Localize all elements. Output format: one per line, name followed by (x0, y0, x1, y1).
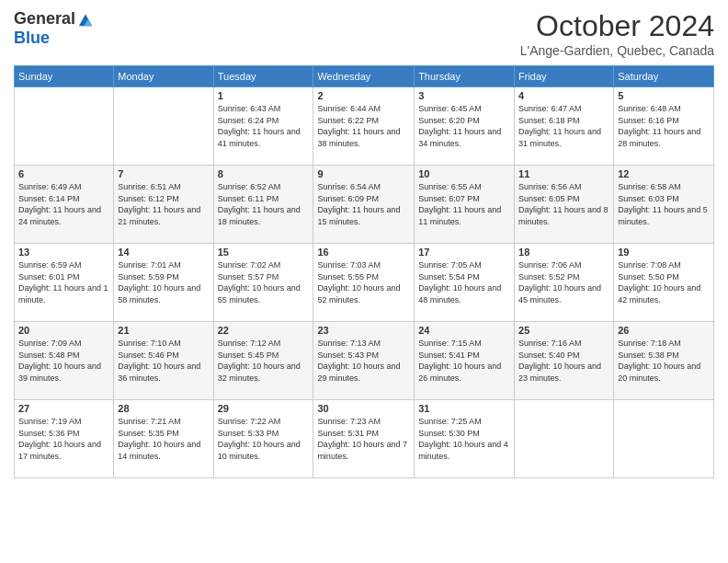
day-info: Sunrise: 6:59 AM Sunset: 6:01 PM Dayligh… (18, 259, 109, 305)
day-info: Sunrise: 6:58 AM Sunset: 6:03 PM Dayligh… (618, 181, 710, 227)
table-row: 14Sunrise: 7:01 AM Sunset: 5:59 PM Dayli… (114, 244, 213, 322)
table-row: 27Sunrise: 7:19 AM Sunset: 5:36 PM Dayli… (15, 400, 114, 478)
day-number: 18 (518, 247, 609, 258)
day-number: 1 (218, 90, 310, 101)
table-row: 31Sunrise: 7:25 AM Sunset: 5:30 PM Dayli… (415, 400, 515, 478)
table-row: 18Sunrise: 7:06 AM Sunset: 5:52 PM Dayli… (515, 244, 614, 322)
table-row: 12Sunrise: 6:58 AM Sunset: 6:03 PM Dayli… (614, 166, 714, 244)
day-info: Sunrise: 7:13 AM Sunset: 5:43 PM Dayligh… (317, 338, 410, 384)
day-number: 30 (317, 403, 410, 414)
calendar-week-1: 1Sunrise: 6:43 AM Sunset: 6:24 PM Daylig… (15, 87, 714, 166)
day-number: 7 (118, 168, 209, 179)
day-number: 28 (118, 403, 209, 414)
table-row: 15Sunrise: 7:02 AM Sunset: 5:57 PM Dayli… (213, 244, 313, 322)
day-number: 15 (218, 247, 310, 258)
title-section: October 2024 L'Ange-Gardien, Quebec, Can… (520, 9, 714, 58)
day-number: 11 (518, 168, 609, 179)
table-row (15, 87, 114, 166)
day-info: Sunrise: 7:09 AM Sunset: 5:48 PM Dayligh… (18, 338, 109, 384)
day-number: 24 (418, 325, 510, 336)
day-info: Sunrise: 6:48 AM Sunset: 6:16 PM Dayligh… (618, 103, 710, 149)
day-info: Sunrise: 7:03 AM Sunset: 5:55 PM Dayligh… (317, 259, 410, 305)
col-wednesday: Wednesday (313, 66, 415, 87)
day-info: Sunrise: 7:12 AM Sunset: 5:45 PM Dayligh… (218, 338, 310, 384)
day-number: 26 (618, 325, 710, 336)
day-info: Sunrise: 6:55 AM Sunset: 6:07 PM Dayligh… (418, 181, 510, 227)
table-row (114, 87, 213, 166)
header-row: Sunday Monday Tuesday Wednesday Thursday… (15, 66, 714, 87)
day-info: Sunrise: 7:16 AM Sunset: 5:40 PM Dayligh… (518, 338, 609, 384)
day-info: Sunrise: 7:10 AM Sunset: 5:46 PM Dayligh… (118, 338, 209, 384)
table-row: 2Sunrise: 6:44 AM Sunset: 6:22 PM Daylig… (313, 87, 415, 166)
calendar-table: Sunday Monday Tuesday Wednesday Thursday… (14, 65, 714, 478)
table-row: 11Sunrise: 6:56 AM Sunset: 6:05 PM Dayli… (515, 166, 614, 244)
day-info: Sunrise: 6:56 AM Sunset: 6:05 PM Dayligh… (518, 181, 609, 227)
logo-blue-text: Blue (14, 29, 50, 48)
calendar-week-4: 20Sunrise: 7:09 AM Sunset: 5:48 PM Dayli… (15, 322, 714, 400)
table-row (614, 400, 714, 478)
day-number: 19 (618, 247, 710, 258)
day-number: 17 (418, 247, 510, 258)
table-row: 13Sunrise: 6:59 AM Sunset: 6:01 PM Dayli… (15, 244, 114, 322)
table-row: 19Sunrise: 7:08 AM Sunset: 5:50 PM Dayli… (614, 244, 714, 322)
calendar-week-2: 6Sunrise: 6:49 AM Sunset: 6:14 PM Daylig… (15, 166, 714, 244)
day-number: 8 (218, 168, 310, 179)
day-number: 29 (218, 403, 310, 414)
table-row: 1Sunrise: 6:43 AM Sunset: 6:24 PM Daylig… (213, 87, 313, 166)
day-number: 14 (118, 247, 209, 258)
day-number: 4 (518, 90, 609, 101)
day-number: 25 (518, 325, 609, 336)
day-info: Sunrise: 7:06 AM Sunset: 5:52 PM Dayligh… (518, 259, 609, 305)
logo: General Blue (14, 9, 94, 48)
day-info: Sunrise: 7:02 AM Sunset: 5:57 PM Dayligh… (218, 259, 310, 305)
table-row: 28Sunrise: 7:21 AM Sunset: 5:35 PM Dayli… (114, 400, 213, 478)
day-number: 2 (317, 90, 410, 101)
table-row: 7Sunrise: 6:51 AM Sunset: 6:12 PM Daylig… (114, 166, 213, 244)
table-row: 21Sunrise: 7:10 AM Sunset: 5:46 PM Dayli… (114, 322, 213, 400)
day-info: Sunrise: 7:19 AM Sunset: 5:36 PM Dayligh… (18, 416, 109, 462)
table-row: 26Sunrise: 7:18 AM Sunset: 5:38 PM Dayli… (614, 322, 714, 400)
day-info: Sunrise: 7:25 AM Sunset: 5:30 PM Dayligh… (418, 416, 510, 462)
day-info: Sunrise: 6:43 AM Sunset: 6:24 PM Dayligh… (218, 103, 310, 149)
day-info: Sunrise: 6:44 AM Sunset: 6:22 PM Dayligh… (317, 103, 410, 149)
day-number: 31 (418, 403, 510, 414)
table-row (515, 400, 614, 478)
day-number: 27 (18, 403, 109, 414)
day-info: Sunrise: 6:51 AM Sunset: 6:12 PM Dayligh… (118, 181, 209, 227)
day-info: Sunrise: 6:54 AM Sunset: 6:09 PM Dayligh… (317, 181, 410, 227)
table-row: 30Sunrise: 7:23 AM Sunset: 5:31 PM Dayli… (313, 400, 415, 478)
col-tuesday: Tuesday (213, 66, 313, 87)
day-info: Sunrise: 7:08 AM Sunset: 5:50 PM Dayligh… (618, 259, 710, 305)
table-row: 22Sunrise: 7:12 AM Sunset: 5:45 PM Dayli… (213, 322, 313, 400)
day-number: 5 (618, 90, 710, 101)
day-info: Sunrise: 7:22 AM Sunset: 5:33 PM Dayligh… (218, 416, 310, 462)
day-number: 6 (18, 168, 109, 179)
table-row: 6Sunrise: 6:49 AM Sunset: 6:14 PM Daylig… (15, 166, 114, 244)
page: General Blue October 2024 L'Ange-Gardien… (0, 0, 728, 563)
day-number: 12 (618, 168, 710, 179)
calendar-week-5: 27Sunrise: 7:19 AM Sunset: 5:36 PM Dayli… (15, 400, 714, 478)
day-number: 21 (118, 325, 209, 336)
table-row: 10Sunrise: 6:55 AM Sunset: 6:07 PM Dayli… (415, 166, 515, 244)
table-row: 5Sunrise: 6:48 AM Sunset: 6:16 PM Daylig… (614, 87, 714, 166)
table-row: 29Sunrise: 7:22 AM Sunset: 5:33 PM Dayli… (213, 400, 313, 478)
header: General Blue October 2024 L'Ange-Gardien… (14, 9, 714, 58)
day-info: Sunrise: 7:23 AM Sunset: 5:31 PM Dayligh… (317, 416, 410, 462)
day-number: 22 (218, 325, 310, 336)
day-number: 10 (418, 168, 510, 179)
day-info: Sunrise: 7:18 AM Sunset: 5:38 PM Dayligh… (618, 338, 710, 384)
col-sunday: Sunday (15, 66, 114, 87)
logo-general-text: General (14, 9, 75, 29)
col-thursday: Thursday (415, 66, 515, 87)
col-saturday: Saturday (614, 66, 714, 87)
table-row: 24Sunrise: 7:15 AM Sunset: 5:41 PM Dayli… (415, 322, 515, 400)
day-info: Sunrise: 6:45 AM Sunset: 6:20 PM Dayligh… (418, 103, 510, 149)
day-number: 23 (317, 325, 410, 336)
table-row: 16Sunrise: 7:03 AM Sunset: 5:55 PM Dayli… (313, 244, 415, 322)
day-number: 3 (418, 90, 510, 101)
col-monday: Monday (114, 66, 213, 87)
location: L'Ange-Gardien, Quebec, Canada (520, 43, 714, 58)
table-row: 3Sunrise: 6:45 AM Sunset: 6:20 PM Daylig… (415, 87, 515, 166)
day-number: 20 (18, 325, 109, 336)
day-number: 9 (317, 168, 410, 179)
